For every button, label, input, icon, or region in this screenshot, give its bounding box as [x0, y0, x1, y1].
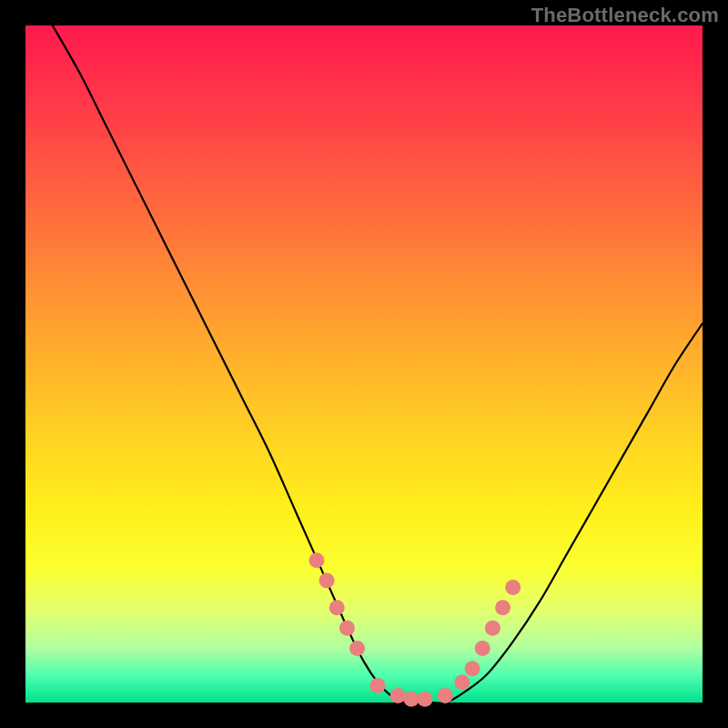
chart-frame: TheBottleneck.com [0, 0, 728, 728]
highlight-dot [390, 688, 406, 703]
highlighted-dots-group [308, 552, 521, 707]
watermark-text: TheBottleneck.com [531, 4, 719, 27]
highlight-dot [339, 621, 355, 636]
highlight-dot [417, 692, 432, 707]
bottleneck-curve [53, 25, 703, 703]
highlight-dot [404, 692, 420, 707]
highlight-dot [485, 621, 500, 636]
chart-plot-area [25, 25, 703, 703]
highlight-dot [438, 688, 453, 703]
highlight-dot [465, 661, 480, 676]
highlight-dot [349, 641, 365, 656]
highlight-dot [505, 580, 521, 595]
highlight-dot [308, 552, 324, 568]
highlight-dot [495, 600, 511, 615]
highlight-dot [475, 641, 490, 656]
highlight-dot [369, 678, 385, 693]
chart-svg [25, 25, 703, 703]
highlight-dot [454, 674, 470, 690]
highlight-dot [329, 600, 345, 615]
highlight-dot [319, 573, 335, 589]
